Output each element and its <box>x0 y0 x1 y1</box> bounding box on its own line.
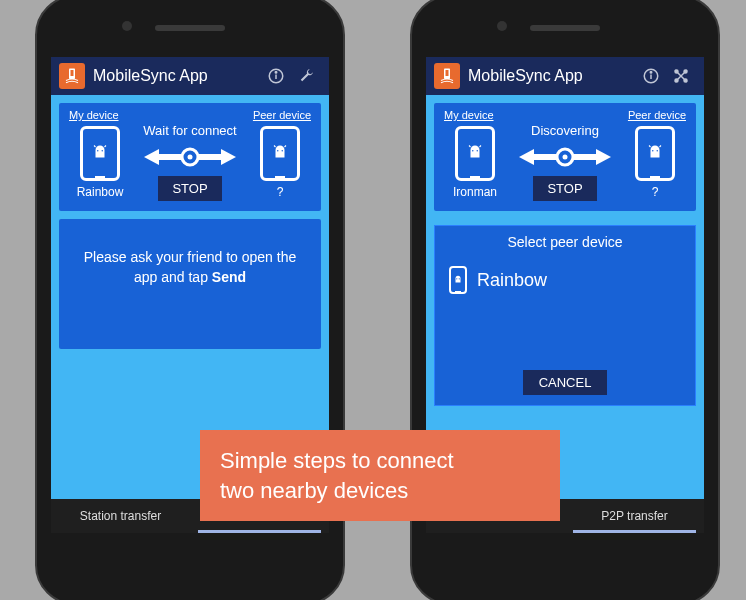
caption-line2: two nearby devices <box>220 476 540 506</box>
tab-station-transfer[interactable]: Station transfer <box>51 499 190 533</box>
svg-rect-1 <box>71 70 74 76</box>
my-device-label: My device <box>69 109 119 121</box>
peer-device-name: ? <box>277 185 284 199</box>
status-text: Wait for connect <box>143 123 236 138</box>
svg-point-24 <box>675 70 678 73</box>
message-bold: Send <box>212 269 246 285</box>
tab-p2p-transfer[interactable]: P2P transfer <box>565 499 704 533</box>
panel-header: My device Peer device <box>444 109 686 121</box>
peer-device-col: ? <box>624 126 686 199</box>
select-peer-dialog: Select peer device Rainbow CANCEL <box>434 225 696 406</box>
phone-speaker <box>530 25 600 31</box>
peer-option-label: Rainbow <box>477 270 547 291</box>
caption-line1: Simple steps to connect <box>220 446 540 476</box>
my-device-label: My device <box>444 109 494 121</box>
phone-icon <box>635 126 675 181</box>
svg-point-11 <box>188 155 193 160</box>
peer-device-col: ? <box>249 126 311 199</box>
svg-line-16 <box>285 146 287 148</box>
svg-line-38 <box>649 146 651 148</box>
svg-point-36 <box>652 150 654 152</box>
status-col: Discovering STOP <box>506 123 624 201</box>
svg-point-14 <box>282 150 284 152</box>
phone-icon <box>449 266 467 294</box>
my-device-col: Ironman <box>444 126 506 199</box>
my-device-col: Rainbow <box>69 126 131 199</box>
connection-panel: My device Peer device Ironman Discoverin… <box>434 103 696 211</box>
svg-line-15 <box>274 146 276 148</box>
info-icon[interactable] <box>636 61 666 91</box>
svg-point-40 <box>456 278 457 279</box>
message-panel: Please ask your friend to open the app a… <box>59 219 321 349</box>
sync-arrows-icon <box>144 146 236 168</box>
svg-point-41 <box>459 278 460 279</box>
svg-point-28 <box>472 150 474 152</box>
info-icon[interactable] <box>261 61 291 91</box>
svg-point-13 <box>277 150 279 152</box>
title-bar: MobileSync App <box>51 57 329 95</box>
svg-line-30 <box>469 146 471 148</box>
svg-line-39 <box>660 146 662 148</box>
title-bar: MobileSync App <box>426 57 704 95</box>
svg-point-27 <box>684 79 687 82</box>
svg-point-29 <box>477 150 479 152</box>
stop-button[interactable]: STOP <box>533 176 596 201</box>
message-text: Please ask your friend to open the app a… <box>84 249 296 285</box>
phone-camera <box>122 21 132 31</box>
svg-line-8 <box>105 146 107 148</box>
connection-panel: My device Peer device Rainbow Wait for c… <box>59 103 321 211</box>
sync-arrows-icon <box>519 146 611 168</box>
svg-line-31 <box>480 146 482 148</box>
svg-point-5 <box>97 150 99 152</box>
svg-point-34 <box>563 155 568 160</box>
phone-icon <box>80 126 120 181</box>
svg-point-26 <box>675 79 678 82</box>
stop-button[interactable]: STOP <box>158 176 221 201</box>
svg-point-21 <box>650 72 652 74</box>
caption-overlay: Simple steps to connect two nearby devic… <box>200 430 560 521</box>
svg-point-6 <box>102 150 104 152</box>
peer-device-label: Peer device <box>253 109 311 121</box>
cancel-button[interactable]: CANCEL <box>523 370 608 395</box>
panel-header: My device Peer device <box>69 109 311 121</box>
peer-option[interactable]: Rainbow <box>435 260 695 300</box>
svg-point-25 <box>684 70 687 73</box>
phone-speaker <box>155 25 225 31</box>
app-title: MobileSync App <box>93 67 261 85</box>
status-col: Wait for connect STOP <box>131 123 249 201</box>
svg-marker-32 <box>519 149 557 165</box>
svg-marker-12 <box>198 149 236 165</box>
phone-icon <box>455 126 495 181</box>
peer-device-name: ? <box>652 185 659 199</box>
settings-icon[interactable] <box>666 61 696 91</box>
my-device-name: Rainbow <box>77 185 124 199</box>
status-text: Discovering <box>531 123 599 138</box>
svg-marker-9 <box>144 149 182 165</box>
my-device-name: Ironman <box>453 185 497 199</box>
peer-device-label: Peer device <box>628 109 686 121</box>
dialog-title: Select peer device <box>435 234 695 250</box>
app-title: MobileSync App <box>468 67 636 85</box>
phone-camera <box>497 21 507 31</box>
app-logo-icon <box>59 63 85 89</box>
svg-point-37 <box>657 150 659 152</box>
svg-line-7 <box>94 146 96 148</box>
svg-point-4 <box>275 72 277 74</box>
phone-icon <box>260 126 300 181</box>
app-logo-icon <box>434 63 460 89</box>
svg-marker-35 <box>573 149 611 165</box>
svg-rect-18 <box>446 70 449 76</box>
wrench-icon[interactable] <box>291 61 321 91</box>
